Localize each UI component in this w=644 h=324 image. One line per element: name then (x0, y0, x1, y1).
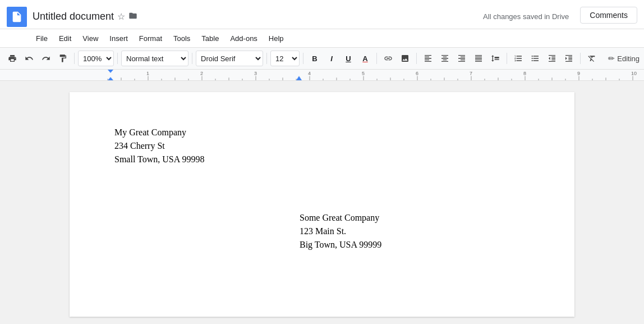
menu-tools[interactable]: Tools (169, 32, 195, 45)
doc-title-row: Untitled document ☆ (33, 11, 483, 22)
recipient-line1: Some Great Company (300, 211, 530, 225)
comments-button[interactable]: Comments (580, 7, 637, 24)
menu-file[interactable]: File (31, 32, 52, 45)
divider-2 (117, 53, 118, 64)
doc-title-area: Untitled document ☆ (33, 11, 483, 22)
star-icon[interactable]: ☆ (117, 11, 125, 22)
underline-button[interactable]: U (341, 51, 356, 66)
sender-line1: My Great Company (114, 126, 530, 139)
redo-button[interactable] (38, 51, 54, 66)
divider-5 (303, 53, 303, 64)
align-right-button[interactable] (454, 51, 470, 66)
unordered-list-button[interactable] (527, 51, 543, 66)
recipient-line2: 123 Main St. (300, 225, 530, 238)
menu-edit[interactable]: Edit (54, 32, 76, 45)
ruler (0, 70, 644, 81)
editing-label[interactable]: Editing (617, 54, 640, 63)
font-select[interactable]: Droid Serif Arial Times New Roman (196, 51, 263, 66)
menu-format[interactable]: Format (135, 32, 167, 45)
sender-line3: Small Town, USA 99998 (114, 153, 530, 166)
editing-status: ✏ Editing (608, 54, 640, 63)
recipient-line3: Big Town, USA 99999 (300, 238, 530, 252)
indent-less-button[interactable] (544, 51, 560, 66)
sender-line2: 234 Cherry St (114, 139, 530, 153)
print-button[interactable] (4, 51, 20, 66)
document-page[interactable]: My Great Company 234 Cherry St Small Tow… (70, 92, 574, 317)
menu-bar: File Edit View Insert Format Tools Table… (0, 29, 644, 47)
title-bar: Untitled document ☆ All changes saved in… (0, 0, 644, 29)
zoom-select[interactable]: 100% 75% 125% (78, 51, 114, 66)
divider-1 (74, 53, 75, 64)
paint-format-button[interactable] (55, 51, 71, 66)
menu-table[interactable]: Table (197, 32, 223, 45)
recipient-address: Some Great Company 123 Main St. Big Town… (300, 211, 530, 252)
menu-help[interactable]: Help (264, 32, 288, 45)
style-select[interactable]: Normal text Heading 1 Heading 2 (121, 51, 188, 66)
undo-button[interactable] (21, 51, 37, 66)
indent-more-button[interactable] (561, 51, 577, 66)
image-button[interactable] (397, 51, 413, 66)
link-button[interactable] (380, 51, 396, 66)
save-status: All changes saved in Drive (483, 12, 580, 21)
align-left-button[interactable] (420, 51, 436, 66)
document-area[interactable]: My Great Company 234 Cherry St Small Tow… (0, 81, 644, 324)
app-icon (7, 7, 27, 27)
ruler-canvas (0, 70, 644, 80)
divider-8 (507, 53, 507, 64)
folder-icon[interactable] (128, 11, 137, 22)
line-spacing-button[interactable] (487, 51, 503, 66)
doc-title[interactable]: Untitled document (33, 11, 114, 22)
font-size-select[interactable]: 12 10 14 (270, 51, 300, 66)
menu-addons[interactable]: Add-ons (226, 32, 261, 45)
menu-view[interactable]: View (78, 32, 103, 45)
bold-button[interactable]: B (307, 51, 323, 66)
divider-7 (416, 53, 417, 64)
editing-pencil-icon: ✏ (608, 54, 615, 63)
divider-3 (192, 53, 192, 64)
divider-9 (580, 53, 581, 64)
divider-6 (376, 53, 377, 64)
align-center-button[interactable] (437, 51, 453, 66)
italic-button[interactable]: I (324, 51, 339, 66)
clear-format-button[interactable] (584, 51, 600, 66)
divider-4 (266, 53, 267, 64)
ordered-list-button[interactable] (510, 51, 526, 66)
text-color-button[interactable]: A (357, 51, 373, 66)
align-justify-button[interactable] (471, 51, 486, 66)
sender-address: My Great Company 234 Cherry St Small Tow… (114, 126, 530, 166)
menu-insert[interactable]: Insert (105, 32, 132, 45)
toolbar: 100% 75% 125% Normal text Heading 1 Head… (0, 47, 644, 70)
